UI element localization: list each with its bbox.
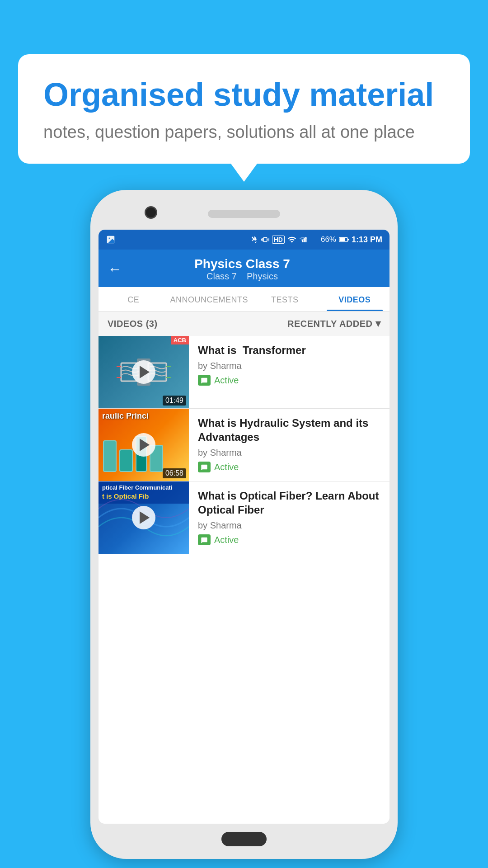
tab-announcements[interactable]: ANNOUNCEMENTS [169,287,250,311]
svg-rect-8 [339,238,345,241]
phone-frame: HD 66% 1:13 PM ← Physics Class 7 [90,190,398,859]
tabs-bar: CE ANNOUNCEMENTS TESTS VIDEOS [99,287,389,311]
speech-bubble-container: Organised study material notes, question… [18,54,470,164]
video-info-3: What is Optical Fiber? Learn About Optic… [189,481,389,552]
svg-rect-2 [305,237,306,242]
phone-speaker [208,210,280,218]
app-bar-title: Physics Class 7 [133,257,352,271]
svg-rect-7 [347,239,349,241]
tab-tests[interactable]: TESTS [250,287,320,311]
filter-bar: VIDEOS (3) RECENTLY ADDED ▾ [99,311,389,336]
video-item-3[interactable]: ptical Fiber Communicati t is Optical Fi… [99,481,389,554]
tab-videos[interactable]: VIDEOS [320,287,389,311]
svg-point-1 [108,237,110,239]
video-duration-2: 06:58 [163,468,186,478]
video-info-1: What is Transformer by Sharma Active [189,336,389,393]
app-bar: ← Physics Class 7 Class 7 Physics [99,250,389,287]
bluetooth-icon [250,235,258,244]
video-item-2[interactable]: raulic Princi 06:58 [99,409,389,481]
video-duration-1: 01:49 [163,396,186,406]
status-icon-1 [198,375,211,386]
app-bar-title-area: Physics Class 7 Class 7 Physics [133,257,352,282]
vibrate-icon [261,235,269,244]
play-triangle-3 [140,511,150,524]
video-status-2: Active [198,462,382,472]
home-button[interactable] [221,832,267,846]
video-title-2: What is Hydraulic System and its Advanta… [198,416,382,444]
chat-icon-2 [201,464,208,470]
video-author-3: by Sharma [198,520,382,531]
bubble-title: Organised study material [43,76,445,113]
sort-button[interactable]: RECENTLY ADDED ▾ [287,318,380,330]
chat-icon-1 [201,377,208,383]
speech-bubble: Organised study material notes, question… [18,54,470,164]
signal-icon [299,235,307,244]
video-thumb-2: raulic Princi 06:58 [99,409,189,481]
play-triangle-1 [140,366,150,378]
phone-camera [145,206,157,219]
video-info-2: What is Hydraulic System and its Advanta… [189,409,389,480]
battery-icon [339,236,349,243]
video-status-3: Active [198,534,382,545]
video-count: VIDEOS (3) [108,319,158,329]
hydraulic-label: raulic Princi [99,409,189,424]
video-author-2: by Sharma [198,448,382,458]
corner-badge-1: ACB [171,336,189,344]
video-title-1: What is Transformer [198,343,382,357]
image-icon [106,235,116,245]
time: 1:13 PM [352,235,382,245]
video-author-1: by Sharma [198,361,382,371]
svg-rect-4 [302,240,303,242]
wifi-icon [287,235,296,244]
video-title-3: What is Optical Fiber? Learn About Optic… [198,489,382,517]
phone-screen: HD 66% 1:13 PM ← Physics Class 7 [99,230,389,824]
play-button-2[interactable] [132,433,155,457]
chat-icon-3 [201,537,208,543]
battery-percent: 66% [321,235,336,244]
play-button-1[interactable] [132,360,155,384]
status-icon-2 [198,462,211,472]
app-bar-subtitle: Class 7 Physics [133,271,352,282]
back-button[interactable]: ← [108,261,122,278]
video-thumb-3: ptical Fiber Communicati t is Optical Fi… [99,481,189,554]
status-bar: HD 66% 1:13 PM [99,230,389,250]
hydraulic-text: raulic Princi [102,411,185,421]
status-right-info: HD 66% 1:13 PM [250,235,382,245]
hd-badge: HD [272,236,285,244]
status-icon-3 [198,534,211,545]
video-list: ACB 01:49 What is Transformer by Sharma [99,336,389,554]
phone-wrapper: HD 66% 1:13 PM ← Physics Class 7 [27,190,461,859]
play-button-3[interactable] [132,506,155,529]
video-item-1[interactable]: ACB 01:49 What is Transformer by Sharma [99,336,389,409]
bubble-subtitle: notes, question papers, solutions all at… [43,123,445,142]
tab-ce[interactable]: CE [99,287,169,311]
video-thumb-1: ACB 01:49 [99,336,189,408]
video-status-1: Active [198,375,382,386]
status-left-icons [106,235,116,245]
play-triangle-2 [140,439,150,451]
no-signal-icon [310,235,318,244]
svg-rect-3 [304,238,305,242]
